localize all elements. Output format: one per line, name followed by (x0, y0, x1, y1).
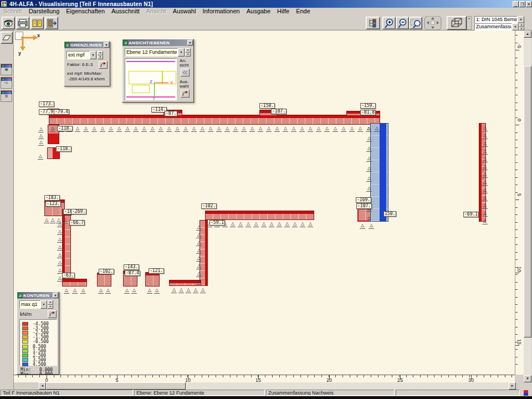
ansicht-button[interactable] (181, 69, 190, 76)
ruler-tick (124, 375, 125, 377)
menu-item-eigenschaften[interactable]: Eigenschaften (63, 8, 108, 15)
ebene-spinner[interactable]: ▲▼ (185, 48, 191, 57)
summary-combobox[interactable]: Zusammenfassung ▼ ▲▼ (474, 23, 524, 30)
support-icon: △ (186, 287, 191, 293)
status-ebene: Ebene: Ebene 12 Fundamente (134, 390, 265, 396)
support-icon: △ (300, 221, 305, 227)
exit-button[interactable] (45, 17, 58, 29)
support-icon: △ (44, 217, 49, 223)
scroll-up-icon[interactable]: ▲ (524, 30, 531, 38)
support-icon: △ (196, 224, 202, 231)
chevron-down-icon[interactable]: ▼ (40, 300, 47, 309)
close-button[interactable]: ✕ (526, 1, 532, 7)
chevron-down-icon[interactable]: ▼ (512, 23, 519, 30)
support-icon: △ (224, 126, 230, 132)
grenzlinien-titlebar[interactable]: GRENZLINIEN ▼ (64, 42, 110, 48)
view-3d-dropdown[interactable]: ▼ (467, 16, 472, 30)
support-icon: △ (38, 140, 44, 146)
support-icon: △ (366, 146, 372, 152)
minimized-palette-3[interactable]: ▥ (1, 90, 12, 102)
support-icon: △ (91, 126, 97, 132)
ruler-tick (515, 147, 518, 148)
view-button[interactable] (2, 17, 15, 29)
grenzlinien-spinner[interactable]: ▲▼ (98, 51, 103, 59)
ruler-tick (181, 375, 181, 377)
scroll-left-icon[interactable]: ◄ (39, 382, 46, 390)
ruler-tick (515, 259, 518, 260)
ruler-tick (230, 375, 231, 377)
chevron-down-icon[interactable]: ▼ (90, 51, 96, 59)
faktor-label: Faktor: 6.E-3 (67, 62, 93, 67)
maximize-button[interactable]: ❐ (519, 1, 525, 7)
collapse-icon[interactable]: ▼ (53, 293, 58, 298)
ansicht-ebenen-window[interactable]: ANSICHT/EBENEN ▼ Ebene 12 Fundamente ▼ ▲… (122, 39, 194, 103)
ruler-tick (515, 304, 518, 305)
legend-swatch (22, 349, 28, 353)
pan-control[interactable] (423, 16, 442, 30)
plane-view-button[interactable] (1, 32, 13, 44)
minimize-button[interactable]: _ (513, 1, 519, 7)
unit-label: kN/m (20, 311, 32, 317)
collapse-icon[interactable]: ▼ (187, 40, 193, 45)
zoom-out-button[interactable] (396, 17, 409, 29)
collapse-icon[interactable]: ▼ (104, 42, 109, 48)
chevron-down-icon[interactable]: ▼ (178, 48, 185, 57)
menu-item-darstellung[interactable]: Darstellung (25, 8, 63, 15)
value-label: -59.1 (209, 220, 225, 226)
chevron-down-icon[interactable]: ▼ (518, 16, 524, 23)
ruler-tick (244, 375, 244, 377)
ruler-tick (515, 357, 518, 357)
catalog-button[interactable] (30, 17, 44, 29)
menu-item-auswahl[interactable]: Auswahl (170, 8, 200, 15)
palette-icon (65, 43, 69, 47)
ruler-tick (413, 375, 413, 377)
ansicht-titlebar[interactable]: ANSICHT/EBENEN ▼ (122, 39, 193, 46)
vertical-scrollbar[interactable]: ▲ ▼ (524, 30, 531, 382)
drawing-canvas[interactable]: x y △△△△△△△△△△△△△△△△△△△△△△△△△△△△△△△△△△△△… (14, 30, 515, 375)
support-icon: △ (308, 126, 313, 132)
scroll-right-icon[interactable]: ► (509, 382, 516, 390)
h-scroll-thumb[interactable] (46, 382, 186, 390)
auswahl-label-2: wahl (180, 84, 188, 89)
ruler-tick (152, 375, 153, 377)
menu-item-hilfe[interactable]: Hilfe (274, 8, 293, 15)
ebene-combobox[interactable]: Ebene 12 Fundamente ▼ ▲▼ (125, 48, 191, 57)
scroll-down-icon[interactable]: ▼ (524, 375, 531, 382)
konturen-window[interactable]: KONTUREN ▼ max q1 ▼ ▲▼ kN/m -4.500-3.500… (17, 291, 59, 375)
preview-line (126, 61, 175, 62)
tree-select-button[interactable] (366, 17, 380, 29)
auswahl-button[interactable] (181, 90, 190, 98)
tree-icon (367, 18, 378, 28)
ruler-tick (96, 375, 96, 377)
support-icon: △ (62, 217, 68, 223)
ruler-tick (515, 274, 518, 275)
konturen-titlebar[interactable]: KONTUREN ▼ (17, 292, 59, 299)
horizontal-scrollbar[interactable]: ◄ ► (14, 382, 524, 390)
print-button[interactable] (16, 17, 29, 29)
menu-item-ende[interactable]: Ende (293, 8, 314, 15)
summary-spinner[interactable]: ▲▼ (519, 23, 524, 30)
grenzlinien-title: GRENZLINIEN (70, 43, 103, 48)
v-scroll-thumb[interactable] (524, 66, 531, 337)
ruler-tick (427, 375, 428, 377)
zoom-window-button[interactable] (409, 17, 422, 29)
apply-button[interactable] (99, 61, 108, 69)
menu-item-ansicht: Ansicht (143, 8, 170, 15)
title-bar[interactable]: 4H-ALFA - Visualisierung [Teil F Innenau… (0, 0, 532, 8)
grenzlinien-combobox[interactable]: ext mpf ▼ ▲▼ (66, 51, 103, 59)
preview-x-axis (154, 83, 168, 83)
zoom-in-button[interactable] (382, 17, 396, 29)
din-combobox[interactable]: 1: DIN 1045 Bemessung ▼ (474, 16, 524, 23)
menu-item-informationen[interactable]: Informationen (199, 8, 243, 15)
support-icon: △ (196, 263, 202, 269)
menu-item-ausschnitt[interactable]: Ausschnitt (108, 8, 143, 15)
konturen-spinner[interactable]: ▲▼ (48, 300, 53, 309)
minimized-palette-2[interactable]: ⌐L (1, 77, 12, 89)
grenzlinien-window[interactable]: GRENZLINIEN ▼ ext mpf ▼ ▲▼ Faktor: 6.E-3… (64, 41, 110, 86)
konturen-combobox[interactable]: max q1 ▼ ▲▼ (19, 300, 53, 309)
view-3d-button[interactable] (447, 16, 467, 30)
konturen-apply-button[interactable] (48, 310, 57, 318)
minimized-palette-1[interactable]: ▦ (1, 64, 12, 75)
support-icon: △ (183, 126, 188, 132)
menu-item-ausgabe[interactable]: Ausgabe (243, 8, 274, 15)
